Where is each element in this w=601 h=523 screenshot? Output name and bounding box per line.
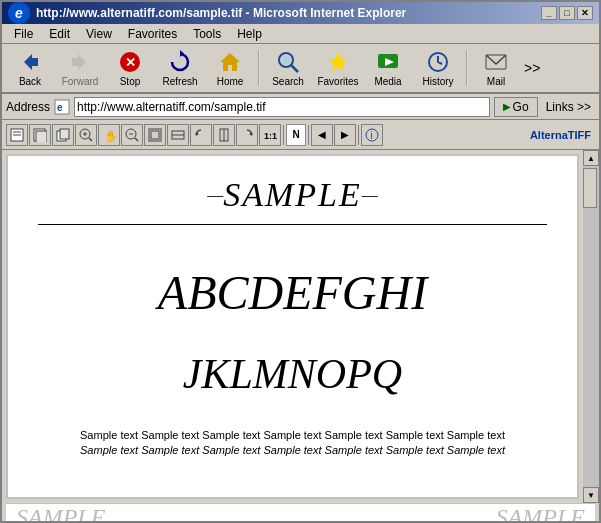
menu-file[interactable]: File [6,25,41,43]
plugin-fitwidth-icon[interactable] [167,124,189,146]
plugin-zoom-icon[interactable] [75,124,97,146]
svg-text:✋: ✋ [104,129,116,142]
svg-line-31 [135,138,138,141]
plugin-copy-icon[interactable] [52,124,74,146]
toolbar-more-button[interactable]: >> [522,58,542,78]
menu-edit[interactable]: Edit [41,25,78,43]
line2-text: JKLMNOPQ [183,350,402,398]
plugin-navright-button[interactable]: ▶ [334,124,356,146]
title-bar-buttons: _ □ ✕ [541,6,593,20]
home-button[interactable]: Home [206,46,254,90]
go-button[interactable]: ▶ Go [494,97,538,117]
search-label: Search [272,76,304,87]
scroll-thumb[interactable] [583,168,597,208]
watermark-left: SAMPLE [16,504,105,523]
menu-help[interactable]: Help [229,25,270,43]
svg-rect-24 [60,129,69,139]
go-icon: ▶ [503,101,511,112]
plugin-rotate2-icon[interactable] [236,124,258,146]
menu-view[interactable]: View [78,25,120,43]
plugin-info-button[interactable]: i [361,124,383,146]
menu-bar: File Edit View Favorites Tools Help [2,24,599,44]
stop-label: Stop [120,76,141,87]
forward-button[interactable]: Forward [56,46,104,90]
menu-favorites[interactable]: Favorites [120,25,185,43]
close-button[interactable]: ✕ [577,6,593,20]
plugin-separator-2 [308,125,309,145]
page-icon: e [54,99,70,115]
svg-rect-22 [36,131,47,142]
history-button[interactable]: History [414,46,462,90]
svg-text:e: e [57,102,63,113]
plugin-hand-icon[interactable]: ✋ [98,124,120,146]
svg-point-10 [282,56,290,64]
home-label: Home [217,76,244,87]
forward-icon [68,50,92,74]
page-content: — SAMPLE — ABCDEFGHI JKLMNOPQ Sample tex… [6,154,579,499]
svg-marker-11 [328,52,348,71]
plugin-page2-icon[interactable] [29,124,51,146]
address-input[interactable] [74,97,490,117]
address-bar: Address e ▶ Go Links >> [2,94,599,120]
media-button[interactable]: Media [364,46,412,90]
sample-normal-text: Sample text Sample text Sample text Samp… [80,428,505,443]
plugin-n-label: N [292,129,299,140]
history-icon [426,50,450,74]
svg-rect-1 [32,58,38,66]
maximize-button[interactable]: □ [559,6,575,20]
stop-icon: ✕ [118,50,142,74]
search-button[interactable]: Search [264,46,312,90]
toolbar-separator-1 [258,50,260,86]
mail-button[interactable]: Mail [472,46,520,90]
bottom-watermark: SAMPLE SAMPLE [6,503,595,523]
svg-marker-37 [196,132,199,136]
svg-line-26 [89,138,92,141]
mail-label: Mail [487,76,505,87]
back-label: Back [19,76,41,87]
toolbar-separator-2 [466,50,468,86]
plugin-toolbar: ✋ 1:1 N ◀ ▶ i AlternaTIFF [2,120,599,150]
address-label: Address [6,100,50,114]
home-icon [218,50,242,74]
plugin-actual-icon[interactable]: 1:1 [259,124,281,146]
refresh-button[interactable]: Refresh [156,46,204,90]
search-icon [276,50,300,74]
watermark-right: SAMPLE [496,504,585,523]
mail-icon [484,50,508,74]
go-label: Go [513,100,529,114]
title-bar-left: e http://www.alternatiff.com/sample.tif … [8,2,406,24]
scroll-up-button[interactable]: ▲ [583,150,599,166]
back-icon [18,50,42,74]
scroll-down-button[interactable]: ▼ [583,487,599,503]
stop-button[interactable]: ✕ Stop [106,46,154,90]
window-title: http://www.alternatiff.com/sample.tif - … [36,6,406,20]
plugin-zoomout-icon[interactable] [121,124,143,146]
sample-title: SAMPLE [223,176,362,214]
plugin-navleft-button[interactable]: ◀ [311,124,333,146]
title-bar: e http://www.alternatiff.com/sample.tif … [2,2,599,24]
media-icon [376,50,400,74]
plugin-fitheight-icon[interactable] [213,124,235,146]
back-button[interactable]: Back [6,46,54,90]
favorites-button[interactable]: Favorites [314,46,362,90]
links-button[interactable]: Links >> [542,100,595,114]
history-label: History [422,76,453,87]
menu-tools[interactable]: Tools [185,25,229,43]
svg-marker-7 [220,53,240,71]
plugin-fitpage-icon[interactable] [144,124,166,146]
minimize-button[interactable]: _ [541,6,557,20]
content-area: — SAMPLE — ABCDEFGHI JKLMNOPQ Sample tex… [2,150,599,503]
ie-logo-icon: e [8,2,30,24]
media-label: Media [374,76,401,87]
plugin-rotate-icon[interactable] [190,124,212,146]
svg-marker-40 [249,132,252,136]
plugin-separator-3 [358,125,359,145]
favorites-label: Favorites [317,76,358,87]
svg-text:✕: ✕ [125,55,136,70]
sample-italic-text: Sample text Sample text Sample text Samp… [80,443,505,458]
forward-label: Forward [62,76,99,87]
plugin-separator-1 [283,125,284,145]
svg-marker-0 [24,54,32,70]
plugin-page-icon[interactable] [6,124,28,146]
svg-text:1:1: 1:1 [264,131,277,141]
